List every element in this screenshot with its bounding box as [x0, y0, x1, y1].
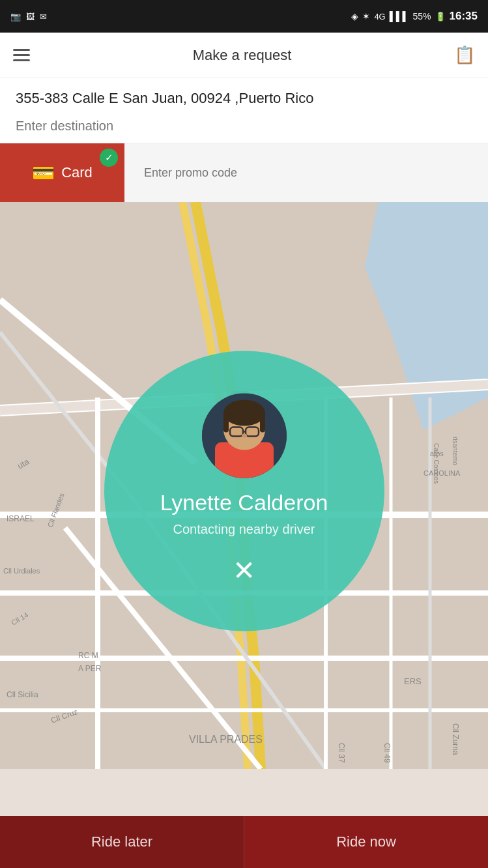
svg-text:ISRAEL: ISRAEL	[7, 514, 35, 523]
cancel-button[interactable]: ✕	[226, 553, 263, 589]
driver-avatar-image	[202, 394, 287, 478]
message-icon: ✉	[40, 12, 47, 22]
svg-text:A PER: A PER	[78, 664, 102, 673]
hamburger-line3	[13, 59, 30, 61]
svg-text:Cll Zurna: Cll Zurna	[451, 723, 460, 755]
svg-point-59	[242, 434, 247, 438]
camera-icon: 📷	[10, 12, 21, 22]
battery-icon: 🔋	[435, 12, 446, 22]
card-promo-row: ✓ 💳 Card	[0, 143, 488, 202]
current-address: 355-383 Calle E San Juan, 00924 ,Puerto …	[16, 90, 472, 107]
svg-text:risantemo: risantemo	[452, 437, 459, 465]
ride-now-button[interactable]: Ride now	[244, 816, 488, 868]
location-report-icon[interactable]: 📋	[454, 45, 475, 65]
top-bar: Make a request 📋	[0, 33, 488, 78]
svg-rect-54	[223, 413, 229, 433]
svg-text:CAROLINA: CAROLINA	[423, 469, 461, 477]
driver-avatar	[202, 394, 287, 478]
bottom-bar: Ride later Ride now	[0, 816, 488, 868]
card-section[interactable]: ✓ 💳 Card	[0, 143, 124, 202]
svg-text:VILLA PRADES: VILLA PRADES	[189, 734, 263, 745]
page-title: Make a request	[193, 47, 292, 64]
svg-text:Calle Cosmos: Calle Cosmos	[433, 443, 440, 484]
signal-bars: ▌▌▌	[390, 11, 409, 22]
map-container: uta ISRAEL Cll Urdiales Cll Flandes Cll …	[0, 202, 488, 769]
ride-now-label: Ride now	[336, 833, 396, 850]
svg-rect-55	[260, 413, 265, 433]
bluetooth-icon: ✶	[362, 11, 370, 22]
ride-later-button[interactable]: Ride later	[0, 816, 244, 868]
svg-point-53	[223, 400, 265, 426]
cancel-x-icon: ✕	[233, 557, 255, 585]
driver-status: Contacting nearby driver	[173, 522, 315, 537]
status-bar-left: 📷 🖼 ✉	[10, 12, 47, 22]
status-bar: 📷 🖼 ✉ ◈ ✶ 4G ▌▌▌ 55% 🔋 16:35	[0, 0, 488, 33]
destination-bar[interactable]	[0, 113, 488, 143]
location-status-icon: ◈	[351, 11, 358, 22]
hamburger-line2	[13, 54, 30, 56]
card-label: Card	[61, 164, 93, 181]
network-icon: 4G	[374, 12, 385, 22]
svg-text:Calle Julio C. Arteaga: Calle Julio C. Arteaga	[182, 768, 265, 769]
svg-text:ERS: ERS	[404, 676, 422, 686]
driver-overlay: Lynette Calderon Contacting nearby drive…	[104, 351, 384, 631]
driver-name: Lynette Calderon	[160, 490, 328, 515]
svg-text:Cll 49: Cll 49	[382, 743, 392, 763]
destination-input[interactable]	[16, 119, 472, 134]
promo-section[interactable]	[124, 143, 488, 202]
svg-text:Cll Sicilia: Cll Sicilia	[7, 690, 38, 699]
credit-card-icon: 💳	[32, 162, 55, 184]
menu-button[interactable]	[13, 49, 30, 61]
promo-input[interactable]	[144, 166, 488, 180]
address-bar: 355-383 Calle E San Juan, 00924 ,Puerto …	[0, 78, 488, 113]
svg-text:Cll Urdiales: Cll Urdiales	[3, 567, 40, 575]
status-bar-right: ◈ ✶ 4G ▌▌▌ 55% 🔋 16:35	[351, 10, 478, 23]
battery-indicator: 55%	[412, 11, 431, 22]
status-time: 16:35	[450, 10, 478, 23]
ride-later-label: Ride later	[91, 833, 152, 850]
card-check-icon: ✓	[100, 149, 118, 167]
svg-text:Cll 37: Cll 37	[337, 743, 346, 763]
hamburger-line1	[13, 49, 30, 51]
photo-icon: 🖼	[26, 12, 35, 22]
svg-text:RC M: RC M	[78, 651, 98, 660]
